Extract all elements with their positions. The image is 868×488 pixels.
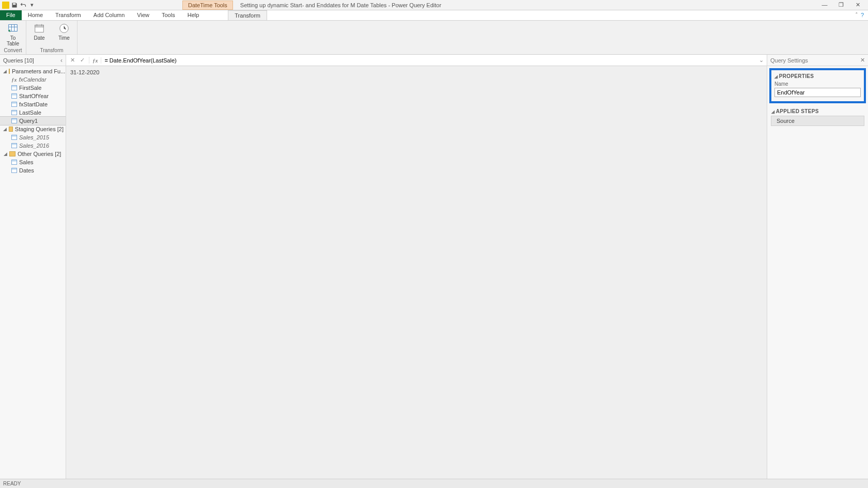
contextual-tab-label: DateTime Tools: [182, 1, 233, 10]
query-item[interactable]: LastSale: [0, 108, 66, 117]
folder-icon: [9, 151, 16, 156]
table-icon: [11, 93, 17, 99]
tab-add-column[interactable]: Add Column: [87, 10, 131, 20]
name-label: Name: [774, 81, 861, 87]
to-table-button[interactable]: To Table: [3, 22, 23, 46]
query-group[interactable]: ◢Other Queries [2]: [0, 150, 66, 158]
window-title: Setting up dynamic Start- and Enddates f…: [240, 2, 441, 8]
query-item[interactable]: fxStartDate: [0, 100, 66, 108]
query-name-input[interactable]: [774, 88, 861, 97]
ribbon-collapse-icon[interactable]: ˆ ?: [851, 10, 868, 20]
table-icon: [11, 143, 17, 148]
group-label: Other Queries [2]: [18, 151, 61, 157]
collapse-queries-icon[interactable]: ‹: [60, 57, 63, 64]
query-label: fxCalendar: [19, 76, 46, 83]
close-button[interactable]: ✕: [850, 2, 865, 8]
tab-tools[interactable]: Tools: [156, 10, 181, 20]
minimize-button[interactable]: —: [817, 2, 832, 8]
folder-icon: [9, 69, 10, 74]
queries-title: Queries [10]: [3, 57, 34, 64]
formula-bar: ✕ ✓ ƒx ⌄: [66, 55, 767, 66]
properties-highlight: PROPERTIES Name: [769, 68, 866, 103]
table-icon: [11, 110, 17, 115]
group-label: Parameters and Fu...: [12, 68, 65, 74]
queries-tree[interactable]: ◢Parameters and Fu...ƒxfxCalendarFirstSa…: [0, 66, 66, 479]
table-icon: [11, 85, 17, 90]
query-label: Sales_2015: [19, 134, 49, 140]
table-icon: [11, 118, 17, 123]
ribbon-tabs: File Home Transform Add Column View Tool…: [0, 10, 868, 21]
query-label: StartOfYear: [19, 93, 49, 99]
query-item[interactable]: ƒxfxCalendar: [0, 75, 66, 84]
ribbon-group-transform: Date Time Transform: [26, 21, 78, 54]
tab-file[interactable]: File: [0, 10, 22, 20]
maximize-button[interactable]: ❐: [834, 2, 848, 8]
properties-title: PROPERTIES: [774, 73, 861, 79]
folder-icon: [9, 127, 13, 132]
query-item[interactable]: Sales_2016: [0, 141, 66, 150]
undo-icon[interactable]: [20, 2, 27, 9]
queries-pane: Queries [10] ‹ ◢Parameters and Fu...ƒxfx…: [0, 55, 66, 479]
table-icon: [11, 102, 17, 107]
query-label: Sales_2016: [19, 143, 49, 149]
time-label: Time: [58, 35, 70, 41]
fx-icon[interactable]: ƒx: [89, 57, 101, 64]
formula-commit-icon[interactable]: ✓: [80, 57, 85, 64]
status-text: READY: [3, 481, 21, 486]
close-settings-icon[interactable]: ✕: [860, 57, 865, 64]
workspace: Queries [10] ‹ ◢Parameters and Fu...ƒxfx…: [0, 55, 868, 479]
date-button[interactable]: Date: [29, 22, 49, 41]
center-pane: ✕ ✓ ƒx ⌄ 31-12-2020: [66, 55, 767, 479]
to-table-icon: [7, 23, 19, 34]
quick-access-toolbar: ▾: [0, 2, 38, 9]
formula-cancel-icon[interactable]: ✕: [70, 57, 75, 64]
query-group[interactable]: ◢Staging Queries [2]: [0, 125, 66, 133]
query-label: LastSale: [19, 109, 41, 116]
query-item[interactable]: Sales_2015: [0, 133, 66, 141]
date-label: Date: [34, 35, 44, 41]
tab-help[interactable]: Help: [181, 10, 206, 20]
table-icon: [11, 160, 17, 165]
applied-steps-title: APPLIED STEPS: [771, 108, 864, 114]
query-label: fxStartDate: [19, 101, 48, 107]
query-item[interactable]: FirstSale: [0, 84, 66, 92]
query-item[interactable]: Sales: [0, 158, 66, 166]
redo-icon[interactable]: ▾: [28, 2, 36, 9]
applied-steps: APPLIED STEPS Source: [767, 105, 868, 128]
query-settings-header: Query Settings ✕: [767, 55, 868, 66]
query-label: FirstSale: [19, 85, 41, 91]
caret-icon: ◢: [3, 69, 7, 74]
table-icon: [11, 168, 17, 173]
tab-home[interactable]: Home: [22, 10, 49, 20]
queries-header: Queries [10] ‹: [0, 55, 66, 66]
caret-icon: ◢: [3, 151, 7, 156]
table-icon: [11, 135, 17, 140]
formula-input[interactable]: [101, 57, 756, 64]
query-item[interactable]: StartOfYear: [0, 92, 66, 100]
tab-transform[interactable]: Transform: [49, 10, 87, 20]
statusbar: READY: [0, 479, 868, 488]
query-label: Query1: [19, 118, 38, 124]
tab-view[interactable]: View: [131, 10, 156, 20]
save-icon[interactable]: [11, 2, 18, 9]
query-label: Dates: [19, 167, 34, 174]
titlebar: ▾ DateTime Tools Setting up dynamic Star…: [0, 0, 868, 10]
formula-expand-icon[interactable]: ⌄: [756, 57, 767, 64]
tab-context-transform[interactable]: Transform: [228, 10, 267, 20]
group-label: Staging Queries [2]: [15, 126, 64, 132]
caret-icon: ◢: [3, 127, 7, 132]
window-controls: — ❐ ✕: [817, 2, 868, 8]
powerbi-logo-icon: [2, 2, 9, 9]
applied-step[interactable]: Source: [771, 116, 864, 125]
to-table-label: To Table: [7, 35, 19, 46]
ribbon: To Table Convert Date Time Transform: [0, 21, 868, 55]
ribbon-group-convert: To Table Convert: [0, 21, 26, 54]
query-item[interactable]: Dates: [0, 166, 66, 175]
query-group[interactable]: ◢Parameters and Fu...: [0, 67, 66, 75]
group-label-transform: Transform: [40, 48, 63, 54]
result-area: 31-12-2020: [66, 66, 767, 479]
time-button[interactable]: Time: [54, 22, 74, 41]
result-value: 31-12-2020: [70, 69, 99, 75]
query-settings-pane: Query Settings ✕ PROPERTIES Name APPLIED…: [767, 55, 868, 479]
query-item[interactable]: Query1: [0, 117, 66, 125]
